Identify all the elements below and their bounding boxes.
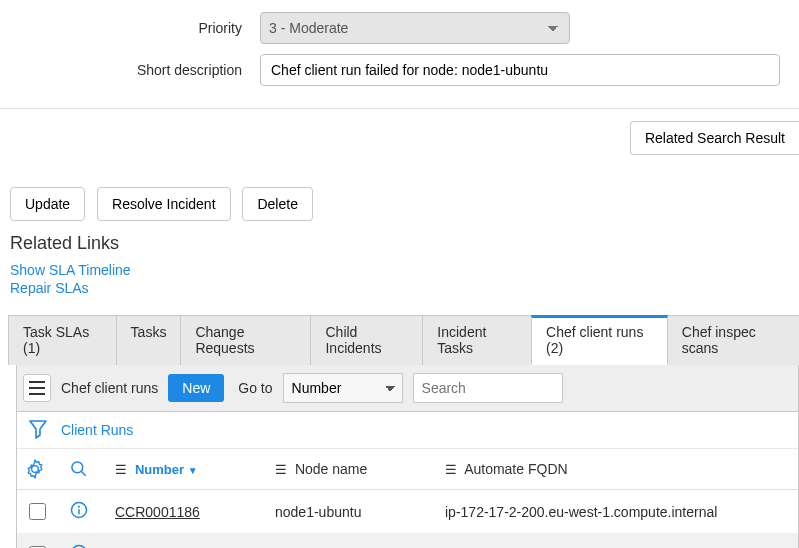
info-icon[interactable] (69, 500, 89, 520)
cell-node-name: node1-ubuntu (267, 490, 437, 534)
related-links-heading: Related Links (10, 233, 789, 254)
priority-label: Priority (0, 20, 260, 36)
tab-child-incidents[interactable]: Child Incidents (310, 315, 423, 365)
svg-point-2 (78, 506, 80, 508)
cell-node-name: node1-ubuntu (267, 533, 437, 548)
record-number-link[interactable]: CCR0001186 (115, 504, 200, 520)
cell-automate-fqdn: ip-172-17-2-200.eu-west-1.compute.intern… (437, 490, 798, 534)
priority-select[interactable]: 3 - Moderate (260, 12, 570, 44)
filter-icon[interactable] (29, 420, 49, 440)
column-menu-icon: ☰ (275, 462, 287, 477)
tab-task-slas[interactable]: Task SLAs (1) (8, 315, 117, 365)
delete-button[interactable]: Delete (242, 187, 312, 221)
resolve-incident-button[interactable]: Resolve Incident (97, 187, 231, 221)
search-input[interactable] (413, 373, 563, 403)
list-title: Chef client runs (61, 380, 158, 396)
row-checkbox[interactable] (29, 503, 46, 520)
search-icon[interactable] (69, 459, 99, 479)
column-menu-icon: ☰ (115, 462, 127, 477)
goto-label: Go to (238, 380, 272, 396)
column-header-automate-fqdn[interactable]: ☰ Automate FQDN (437, 449, 798, 490)
column-menu-icon: ☰ (445, 462, 457, 477)
new-button[interactable]: New (168, 374, 224, 402)
short-description-label: Short description (0, 62, 260, 78)
tab-tasks[interactable]: Tasks (116, 315, 182, 365)
tab-incident-tasks[interactable]: Incident Tasks (422, 315, 532, 365)
gear-icon[interactable] (25, 459, 53, 479)
tab-chef-inspec-scans[interactable]: Chef inspec scans (667, 315, 799, 365)
show-sla-timeline-link[interactable]: Show SLA Timeline (10, 262, 789, 278)
tab-change-requests[interactable]: Change Requests (180, 315, 311, 365)
cell-automate-fqdn: ip-172-17-2-200.eu-west-1.compute.intern… (437, 533, 798, 548)
svg-point-0 (72, 462, 83, 473)
goto-select[interactable]: Number (283, 373, 403, 403)
tab-chef-client-runs[interactable]: Chef client runs (2) (531, 315, 668, 365)
table-row: CCR0001185 node1-ubuntu ip-172-17-2-200.… (17, 533, 798, 548)
repair-slas-link[interactable]: Repair SLAs (10, 280, 789, 296)
list-menu-icon[interactable] (23, 374, 51, 402)
related-search-results-button[interactable]: Related Search Result (630, 121, 799, 155)
column-header-node-name[interactable]: ☰ Node name (267, 449, 437, 490)
info-icon[interactable] (69, 543, 89, 548)
filter-breadcrumb[interactable]: Client Runs (61, 422, 133, 438)
column-header-number[interactable]: ☰ Number ▼ (107, 449, 267, 490)
table-row: CCR0001186 node1-ubuntu ip-172-17-2-200.… (17, 490, 798, 534)
update-button[interactable]: Update (10, 187, 85, 221)
short-description-input[interactable] (260, 54, 780, 86)
